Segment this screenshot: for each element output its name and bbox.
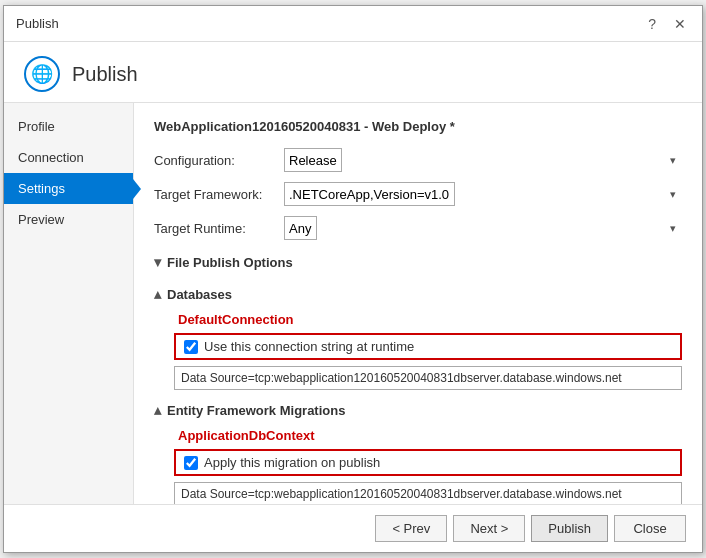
sidebar: Profile Connection Settings Preview <box>4 103 134 504</box>
target-runtime-select[interactable]: Any <box>284 216 317 240</box>
apply-migration-row: Apply this migration on publish <box>174 449 682 476</box>
header-title: Publish <box>72 63 138 86</box>
close-button-footer[interactable]: Close <box>614 515 686 542</box>
databases-content: DefaultConnection Use this connection st… <box>154 306 682 390</box>
target-framework-label: Target Framework: <box>154 187 284 202</box>
globe-symbol: 🌐 <box>31 63 53 85</box>
target-framework-select[interactable]: .NETCoreApp,Version=v1.0 <box>284 182 455 206</box>
target-framework-select-wrapper: .NETCoreApp,Version=v1.0 <box>284 182 682 206</box>
entity-framework-header[interactable]: ▴ Entity Framework Migrations <box>154 398 682 422</box>
configuration-row: Configuration: Release <box>154 148 682 172</box>
apply-migration-label: Apply this migration on publish <box>204 455 380 470</box>
globe-icon: 🌐 <box>24 56 60 92</box>
main-content: WebApplication120160520040831 - Web Depl… <box>134 103 702 504</box>
databases-section: ▴ Databases DefaultConnection Use this c… <box>154 282 682 390</box>
next-button[interactable]: Next > <box>453 515 525 542</box>
entity-framework-collapse-icon: ▴ <box>154 402 161 418</box>
title-bar: Publish ? ✕ <box>4 6 702 42</box>
prev-button[interactable]: < Prev <box>375 515 447 542</box>
sidebar-item-connection[interactable]: Connection <box>4 142 133 173</box>
body: Profile Connection Settings Preview WebA… <box>4 103 702 504</box>
databases-header[interactable]: ▴ Databases <box>154 282 682 306</box>
target-runtime-label: Target Runtime: <box>154 221 284 236</box>
file-publish-options-label: File Publish Options <box>167 255 293 270</box>
app-db-connection-string: Data Source=tcp:webapplication1201605200… <box>174 482 682 504</box>
target-runtime-row: Target Runtime: Any <box>154 216 682 240</box>
target-framework-row: Target Framework: .NETCoreApp,Version=v1… <box>154 182 682 206</box>
use-connection-string-row: Use this connection string at runtime <box>174 333 682 360</box>
dialog-title: Publish <box>16 16 59 31</box>
databases-collapse-icon: ▴ <box>154 286 161 302</box>
databases-label: Databases <box>167 287 232 302</box>
publish-dialog: Publish ? ✕ 🌐 Publish Profile Connection… <box>3 5 703 553</box>
configuration-label: Configuration: <box>154 153 284 168</box>
target-runtime-select-wrapper: Any <box>284 216 682 240</box>
use-connection-string-checkbox[interactable] <box>184 340 198 354</box>
section-title: WebApplication120160520040831 - Web Depl… <box>154 119 682 134</box>
title-bar-left: Publish <box>16 16 59 31</box>
title-bar-icons: ? ✕ <box>644 14 690 34</box>
sidebar-item-profile[interactable]: Profile <box>4 111 133 142</box>
configuration-select-wrapper: Release <box>284 148 682 172</box>
sidebar-item-preview[interactable]: Preview <box>4 204 133 235</box>
default-connection-string: Data Source=tcp:webapplication1201605200… <box>174 366 682 390</box>
header-section: 🌐 Publish <box>4 42 702 103</box>
sidebar-item-settings[interactable]: Settings <box>4 173 133 204</box>
file-publish-options-section: ▾ File Publish Options <box>154 250 682 274</box>
use-connection-string-label: Use this connection string at runtime <box>204 339 414 354</box>
apply-migration-checkbox[interactable] <box>184 456 198 470</box>
file-publish-collapse-icon: ▾ <box>154 254 161 270</box>
default-connection-label: DefaultConnection <box>174 312 682 327</box>
help-button[interactable]: ? <box>644 14 660 34</box>
footer: < Prev Next > Publish Close <box>4 504 702 552</box>
publish-button[interactable]: Publish <box>531 515 608 542</box>
configuration-select[interactable]: Release <box>284 148 342 172</box>
entity-framework-label: Entity Framework Migrations <box>167 403 345 418</box>
app-db-context-label: ApplicationDbContext <box>174 428 682 443</box>
entity-framework-content: ApplicationDbContext Apply this migratio… <box>154 422 682 504</box>
file-publish-options-header[interactable]: ▾ File Publish Options <box>154 250 682 274</box>
close-button[interactable]: ✕ <box>670 14 690 34</box>
entity-framework-section: ▴ Entity Framework Migrations Applicatio… <box>154 398 682 504</box>
